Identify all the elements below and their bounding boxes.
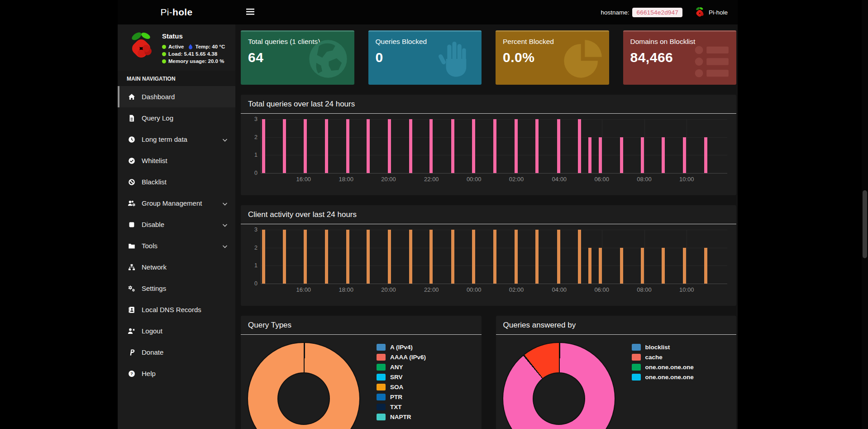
query-bar[interactable]	[683, 248, 686, 284]
query-bar[interactable]	[683, 137, 686, 173]
sidebar-item-label: Long term data	[142, 135, 187, 143]
sidebar-item-disable[interactable]: Disable	[118, 214, 235, 235]
sidebar-item-long-term-data[interactable]: Long term data	[118, 129, 235, 150]
panel-header: Client activity over last 24 hours	[241, 205, 736, 224]
sidebar-toggle-button[interactable]	[243, 6, 257, 19]
legend-item[interactable]: ANY	[377, 364, 426, 371]
query-bar[interactable]	[620, 248, 623, 284]
panel-client-activity-chart: Client activity over last 24 hours 3210 …	[241, 205, 736, 306]
legend-item[interactable]: blocklist	[632, 344, 694, 351]
x-tick-label: 22:00	[424, 176, 439, 183]
chart-body: 3210 16:0018:0020:0022:0000:0002:0004:00…	[241, 114, 736, 195]
legend-item[interactable]: A (IPv4)	[377, 344, 426, 351]
query-types-donut[interactable]	[248, 343, 359, 429]
query-bar[interactable]	[325, 119, 328, 173]
sidebar-item-label: Settings	[142, 284, 166, 292]
query-bar[interactable]	[304, 119, 307, 173]
query-bar[interactable]	[429, 119, 433, 173]
legend-swatch	[377, 384, 386, 390]
sidebar-item-group-management[interactable]: Group Management	[118, 193, 235, 214]
brand-prefix: Pi-	[161, 7, 173, 18]
query-bar[interactable]	[515, 230, 518, 284]
query-bar[interactable]	[535, 230, 539, 284]
legend-item[interactable]: one.one.one.one	[632, 364, 694, 371]
query-bar[interactable]	[599, 248, 602, 284]
query-bar[interactable]	[262, 230, 265, 284]
query-bar[interactable]	[367, 230, 370, 284]
nav-section-header: MAIN NAVIGATION	[118, 71, 235, 86]
legend-item[interactable]: TXT	[377, 404, 426, 410]
query-bar[interactable]	[409, 230, 412, 284]
sidebar-item-donate[interactable]: Donate	[118, 342, 235, 363]
query-bar[interactable]	[620, 137, 623, 173]
sidebar-item-help[interactable]: ? Help	[118, 363, 235, 384]
query-bar[interactable]	[515, 119, 518, 173]
query-bar[interactable]	[588, 248, 591, 284]
query-bar[interactable]	[283, 230, 286, 284]
query-bar[interactable]	[557, 119, 560, 173]
status-temp-label: Temp: 40 °C	[196, 44, 225, 49]
query-bar[interactable]	[367, 119, 370, 173]
legend-item[interactable]: AAAA (IPv6)	[377, 354, 426, 361]
legend-item[interactable]: NAPTR	[377, 414, 426, 420]
legend-item[interactable]: SOA	[377, 384, 426, 390]
query-bar[interactable]	[599, 137, 602, 173]
query-bar[interactable]	[262, 119, 265, 173]
legend-item[interactable]: one.one.one.one	[632, 374, 694, 381]
user-times-icon	[127, 327, 136, 335]
query-bar[interactable]	[493, 230, 496, 284]
sidebar-item-local-dns-records[interactable]: Local DNS Records	[118, 299, 235, 320]
query-bar[interactable]	[472, 230, 475, 284]
sidebar: Pi-hole Status Activ	[118, 0, 235, 429]
sidebar-item-network[interactable]: Network	[118, 256, 235, 278]
queries-answered-donut[interactable]	[503, 343, 615, 429]
query-bar[interactable]	[535, 119, 539, 173]
legend-item[interactable]: PTR	[377, 394, 426, 400]
query-bar[interactable]	[283, 119, 286, 173]
query-bar[interactable]	[662, 248, 665, 284]
status-row-load: Load: 5.41 5.65 4.38	[162, 50, 225, 58]
query-bar[interactable]	[346, 230, 349, 284]
y-tick-label: 3	[254, 227, 258, 233]
scrollbar-thumb[interactable]	[863, 190, 867, 258]
query-bar[interactable]	[388, 230, 391, 284]
card-total-queries[interactable]: Total queries (1 clients) 64	[241, 30, 354, 85]
query-bar[interactable]	[409, 119, 412, 173]
page-scrollbar[interactable]	[862, 0, 868, 429]
query-bar[interactable]	[578, 119, 581, 173]
query-bar[interactable]	[578, 230, 581, 284]
query-bar[interactable]	[451, 230, 454, 284]
query-bar[interactable]	[325, 230, 328, 284]
query-bar[interactable]	[557, 230, 560, 284]
sidebar-item-settings[interactable]: Settings	[118, 278, 235, 299]
sidebar-item-logout[interactable]: Logout	[118, 320, 235, 342]
query-bar[interactable]	[588, 137, 591, 173]
brand[interactable]: Pi-hole	[118, 0, 235, 24]
sidebar-item-label: Blacklist	[142, 178, 167, 186]
legend-item[interactable]: cache	[632, 354, 694, 361]
sidebar-item-query-log[interactable]: Query Log	[118, 107, 235, 129]
legend-item[interactable]: SRV	[377, 374, 426, 381]
query-bar[interactable]	[304, 230, 307, 284]
query-bar[interactable]	[429, 230, 433, 284]
card-queries-blocked[interactable]: Queries Blocked 0	[368, 30, 482, 85]
query-bar[interactable]	[346, 119, 349, 173]
query-bar[interactable]	[704, 137, 707, 173]
card-domains-blocklist[interactable]: Domains on Blocklist 84,466	[623, 30, 737, 85]
sidebar-item-blacklist[interactable]: Blacklist	[118, 171, 235, 193]
query-bar[interactable]	[641, 248, 644, 284]
card-percent-blocked[interactable]: Percent Blocked 0.0%	[496, 30, 609, 85]
query-bar[interactable]	[472, 119, 475, 173]
globe-icon	[307, 38, 349, 80]
sidebar-item-tools[interactable]: Tools	[118, 235, 235, 256]
query-bar[interactable]	[641, 137, 644, 173]
sidebar-item-dashboard[interactable]: Dashboard	[118, 86, 235, 107]
query-bar[interactable]	[451, 119, 454, 173]
query-bar[interactable]	[662, 137, 665, 173]
query-bar[interactable]	[388, 119, 391, 173]
query-bar[interactable]	[493, 119, 496, 173]
sidebar-item-whitelist[interactable]: Whitelist	[118, 150, 235, 171]
panel-title: Queries answered by	[503, 321, 730, 330]
legend-swatch	[632, 364, 641, 371]
query-bar[interactable]	[704, 248, 707, 284]
